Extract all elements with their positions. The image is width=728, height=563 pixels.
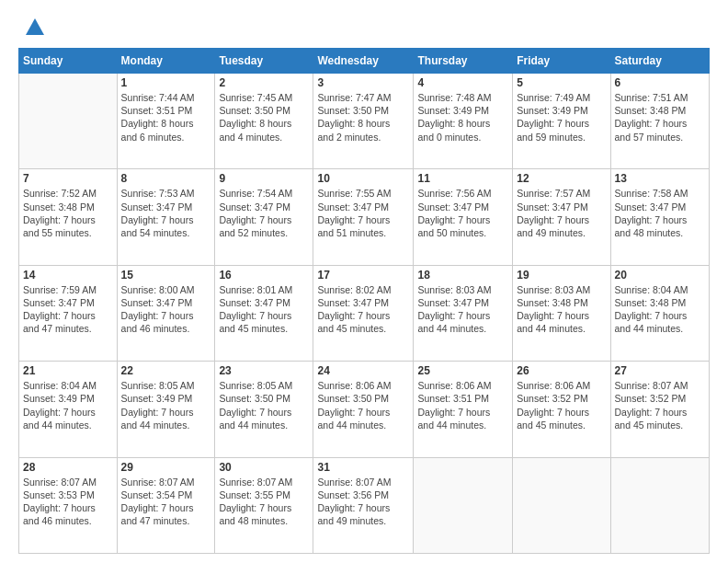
calendar-cell: 4Sunrise: 7:48 AM Sunset: 3:49 PM Daylig… [414,74,513,169]
calendar-cell: 14Sunrise: 7:59 AM Sunset: 3:47 PM Dayli… [19,265,118,361]
day-number: 18 [417,269,508,282]
day-info: Sunrise: 7:55 AM Sunset: 3:47 PM Dayligh… [317,187,409,239]
day-info: Sunrise: 8:07 AM Sunset: 3:52 PM Dayligh… [615,379,705,431]
day-number: 11 [417,172,508,185]
day-number: 4 [417,76,508,89]
calendar-cell: 28Sunrise: 8:07 AM Sunset: 3:53 PM Dayli… [19,457,118,553]
logo-icon [22,15,48,40]
day-info: Sunrise: 8:05 AM Sunset: 3:50 PM Dayligh… [219,379,309,431]
calendar-header-row: SundayMondayTuesdayWednesdayThursdayFrid… [19,49,710,74]
calendar-cell [610,457,709,553]
day-info: Sunrise: 8:06 AM Sunset: 3:51 PM Dayligh… [417,379,508,431]
column-header-saturday: Saturday [610,49,709,74]
day-info: Sunrise: 7:47 AM Sunset: 3:50 PM Dayligh… [317,91,409,144]
day-number: 16 [219,269,309,282]
calendar-cell: 7Sunrise: 7:52 AM Sunset: 3:48 PM Daylig… [19,169,118,265]
day-number: 25 [417,364,508,377]
calendar-cell: 16Sunrise: 8:01 AM Sunset: 3:47 PM Dayli… [215,265,313,361]
calendar-cell: 5Sunrise: 7:49 AM Sunset: 3:49 PM Daylig… [513,74,610,169]
day-info: Sunrise: 8:04 AM Sunset: 3:49 PM Dayligh… [23,379,113,431]
day-info: Sunrise: 8:07 AM Sunset: 3:54 PM Dayligh… [121,476,211,528]
day-info: Sunrise: 7:59 AM Sunset: 3:47 PM Dayligh… [23,283,113,336]
calendar-cell: 21Sunrise: 8:04 AM Sunset: 3:49 PM Dayli… [19,362,118,457]
calendar-cell: 26Sunrise: 8:06 AM Sunset: 3:52 PM Dayli… [513,362,610,457]
calendar-cell: 8Sunrise: 7:53 AM Sunset: 3:47 PM Daylig… [117,169,215,265]
calendar-cell: 23Sunrise: 8:05 AM Sunset: 3:50 PM Dayli… [215,362,313,457]
day-number: 29 [121,461,211,474]
day-number: 8 [121,172,211,185]
day-number: 23 [219,364,309,377]
calendar-cell: 9Sunrise: 7:54 AM Sunset: 3:47 PM Daylig… [215,169,313,265]
day-number: 31 [317,461,409,474]
column-header-thursday: Thursday [414,49,513,74]
day-number: 2 [219,76,309,89]
day-number: 12 [517,172,606,185]
day-number: 27 [615,364,705,377]
day-info: Sunrise: 8:02 AM Sunset: 3:47 PM Dayligh… [317,283,409,336]
day-info: Sunrise: 8:07 AM Sunset: 3:53 PM Dayligh… [23,476,113,528]
day-number: 14 [23,269,113,282]
column-header-tuesday: Tuesday [215,49,313,74]
day-number: 6 [615,76,705,89]
day-info: Sunrise: 7:51 AM Sunset: 3:48 PM Dayligh… [615,91,705,144]
day-info: Sunrise: 8:05 AM Sunset: 3:49 PM Dayligh… [121,379,211,431]
day-info: Sunrise: 8:01 AM Sunset: 3:47 PM Dayligh… [219,283,309,336]
header [18,15,710,40]
column-header-wednesday: Wednesday [313,49,414,74]
calendar-cell: 18Sunrise: 8:03 AM Sunset: 3:47 PM Dayli… [414,265,513,361]
day-info: Sunrise: 8:07 AM Sunset: 3:56 PM Dayligh… [317,476,409,528]
calendar-cell [513,457,610,553]
day-info: Sunrise: 8:03 AM Sunset: 3:48 PM Dayligh… [517,283,606,336]
calendar-cell: 31Sunrise: 8:07 AM Sunset: 3:56 PM Dayli… [313,457,414,553]
day-info: Sunrise: 7:58 AM Sunset: 3:47 PM Dayligh… [615,187,705,239]
calendar-cell: 17Sunrise: 8:02 AM Sunset: 3:47 PM Dayli… [313,265,414,361]
calendar-cell: 22Sunrise: 8:05 AM Sunset: 3:49 PM Dayli… [117,362,215,457]
calendar-cell [19,74,118,169]
day-info: Sunrise: 7:49 AM Sunset: 3:49 PM Dayligh… [517,91,606,144]
day-number: 5 [517,76,606,89]
day-info: Sunrise: 8:06 AM Sunset: 3:50 PM Dayligh… [317,379,409,431]
day-number: 17 [317,269,409,282]
day-number: 15 [121,269,211,282]
day-info: Sunrise: 7:44 AM Sunset: 3:51 PM Dayligh… [121,91,211,144]
day-number: 21 [23,364,113,377]
calendar-cell: 12Sunrise: 7:57 AM Sunset: 3:47 PM Dayli… [513,169,610,265]
day-number: 19 [517,269,606,282]
day-info: Sunrise: 7:45 AM Sunset: 3:50 PM Dayligh… [219,91,309,144]
day-number: 28 [23,461,113,474]
day-info: Sunrise: 7:52 AM Sunset: 3:48 PM Dayligh… [23,187,113,239]
day-number: 10 [317,172,409,185]
day-number: 24 [317,364,409,377]
page: SundayMondayTuesdayWednesdayThursdayFrid… [0,0,728,563]
calendar-week-4: 21Sunrise: 8:04 AM Sunset: 3:49 PM Dayli… [19,362,710,457]
day-number: 9 [219,172,309,185]
day-number: 3 [317,76,409,89]
day-number: 1 [121,76,211,89]
day-number: 20 [615,269,705,282]
calendar-cell [414,457,513,553]
calendar-cell: 29Sunrise: 8:07 AM Sunset: 3:54 PM Dayli… [117,457,215,553]
calendar-cell: 6Sunrise: 7:51 AM Sunset: 3:48 PM Daylig… [610,74,709,169]
calendar-cell: 27Sunrise: 8:07 AM Sunset: 3:52 PM Dayli… [610,362,709,457]
calendar-cell: 2Sunrise: 7:45 AM Sunset: 3:50 PM Daylig… [215,74,313,169]
calendar-week-1: 1Sunrise: 7:44 AM Sunset: 3:51 PM Daylig… [19,74,710,169]
day-info: Sunrise: 7:53 AM Sunset: 3:47 PM Dayligh… [121,187,211,239]
day-info: Sunrise: 7:56 AM Sunset: 3:47 PM Dayligh… [417,187,508,239]
calendar-table: SundayMondayTuesdayWednesdayThursdayFrid… [18,48,710,554]
day-info: Sunrise: 8:03 AM Sunset: 3:47 PM Dayligh… [417,283,508,336]
column-header-friday: Friday [513,49,610,74]
calendar-cell: 20Sunrise: 8:04 AM Sunset: 3:48 PM Dayli… [610,265,709,361]
day-info: Sunrise: 7:48 AM Sunset: 3:49 PM Dayligh… [417,91,508,144]
calendar-cell: 3Sunrise: 7:47 AM Sunset: 3:50 PM Daylig… [313,74,414,169]
day-info: Sunrise: 8:06 AM Sunset: 3:52 PM Dayligh… [517,379,606,431]
column-header-sunday: Sunday [19,49,118,74]
day-info: Sunrise: 8:04 AM Sunset: 3:48 PM Dayligh… [615,283,705,336]
logo [18,15,48,40]
day-info: Sunrise: 8:00 AM Sunset: 3:47 PM Dayligh… [121,283,211,336]
calendar-cell: 1Sunrise: 7:44 AM Sunset: 3:51 PM Daylig… [117,74,215,169]
calendar-week-3: 14Sunrise: 7:59 AM Sunset: 3:47 PM Dayli… [19,265,710,361]
calendar-cell: 15Sunrise: 8:00 AM Sunset: 3:47 PM Dayli… [117,265,215,361]
svg-marker-0 [26,18,44,35]
day-info: Sunrise: 8:07 AM Sunset: 3:55 PM Dayligh… [219,476,309,528]
day-info: Sunrise: 7:57 AM Sunset: 3:47 PM Dayligh… [517,187,606,239]
